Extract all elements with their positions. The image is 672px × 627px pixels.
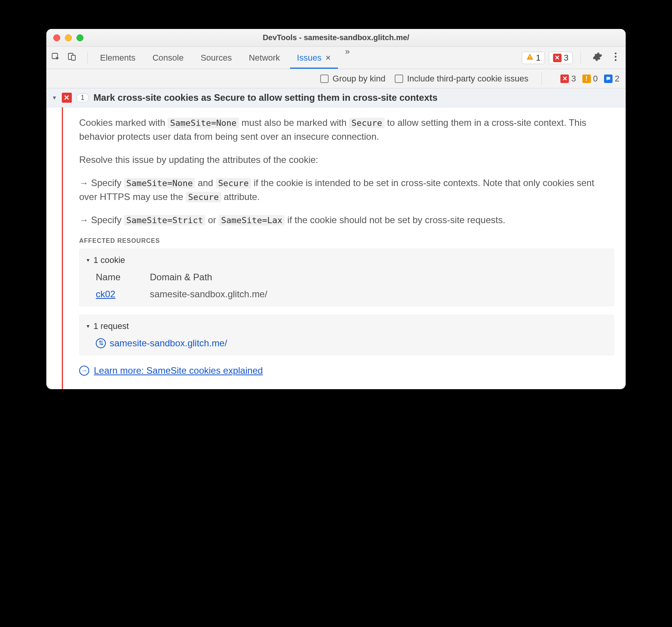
svg-point-6: [615, 56, 617, 58]
tab-console[interactable]: Console: [144, 47, 192, 69]
box-title: 1 request: [93, 320, 129, 332]
affected-requests-box: ▼ 1 request ⇅ samesite-sandbox.glitch.me…: [79, 315, 614, 355]
arrow-icon: →: [79, 215, 91, 225]
checkbox-label: Include third-party cookie issues: [407, 74, 528, 84]
counter-value: 0: [593, 74, 598, 84]
titlebar: DevTools - samesite-sandbox.glitch.me/: [46, 29, 626, 47]
disclosure-triangle-icon[interactable]: ▼: [86, 323, 90, 330]
code-token: Secure: [349, 118, 384, 128]
issue-count-pill: 1: [76, 93, 89, 102]
errors-count: 3: [564, 53, 568, 63]
tabsbar-right: 1 ✕ 3: [522, 51, 621, 64]
arrow-icon: →: [79, 178, 91, 188]
affected-cookies-box: ▼ 1 cookie Name Domain & Path ck02 sames…: [79, 249, 614, 306]
tab-label: Network: [249, 53, 280, 63]
more-tabs-icon[interactable]: »: [339, 47, 355, 69]
tab-label: Sources: [200, 53, 232, 63]
panel-tabs: Elements Console Sources Network Issues …: [92, 47, 355, 69]
code-token: Secure: [186, 192, 221, 202]
checkbox-icon: [395, 75, 403, 83]
tab-elements[interactable]: Elements: [92, 47, 144, 69]
tab-label: Elements: [100, 53, 136, 63]
code-token: SameSite=Lax: [219, 215, 285, 225]
devtools-window: DevTools - samesite-sandbox.glitch.me/ E…: [46, 29, 626, 389]
tab-label: Issues: [297, 53, 322, 63]
issue-body: Cookies marked with SameSite=None must a…: [46, 107, 626, 389]
info-icon: [604, 75, 613, 83]
separator: [87, 51, 88, 64]
tabs-bar: Elements Console Sources Network Issues …: [46, 47, 626, 69]
disclosure-triangle-icon[interactable]: ▼: [52, 95, 57, 101]
code-token: Secure: [216, 178, 251, 188]
svg-point-5: [615, 52, 617, 54]
warnings-count: 1: [536, 53, 541, 63]
more-icon[interactable]: [610, 52, 621, 64]
error-counter[interactable]: ✕ 3: [560, 74, 576, 84]
affected-resources-heading: AFFECTED RESOURCES: [79, 236, 614, 246]
separator: [541, 72, 542, 85]
issue-title: Mark cross-site cookies as Secure to all…: [93, 92, 438, 103]
issue-bullet-2: → Specify SameSite=Strict or SameSite=La…: [79, 213, 614, 227]
issue-counters: ✕ 3 ! 0 2: [560, 74, 619, 84]
box-title-row[interactable]: ▼ 1 request: [86, 320, 608, 332]
group-by-kind-checkbox[interactable]: Group by kind: [320, 74, 385, 84]
disclosure-triangle-icon[interactable]: ▼: [86, 257, 90, 264]
warning-icon: !: [582, 75, 591, 83]
issue-description: Cookies marked with SameSite=None must a…: [79, 116, 614, 144]
learn-more-text: Learn more: SameSite cookies explained: [94, 364, 263, 378]
learn-more-link[interactable]: → Learn more: SameSite cookies explained: [79, 364, 614, 378]
col-domain-header: Domain & Path: [150, 270, 608, 284]
filter-bar: Group by kind Include third-party cookie…: [46, 69, 626, 88]
device-toggle-icon[interactable]: [67, 52, 76, 64]
request-link[interactable]: ⇅ samesite-sandbox.glitch.me/: [96, 336, 608, 350]
cookie-table: Name Domain & Path ck02 samesite-sandbox…: [96, 270, 608, 301]
code-token: SameSite=Strict: [124, 215, 205, 225]
col-name-header: Name: [96, 270, 150, 284]
include-thirdparty-checkbox[interactable]: Include third-party cookie issues: [395, 74, 528, 84]
issue-header[interactable]: ▼ ✕ 1 Mark cross-site cookies as Secure …: [46, 88, 626, 107]
checkbox-label: Group by kind: [333, 74, 385, 84]
svg-point-7: [615, 59, 617, 61]
box-title: 1 cookie: [93, 254, 125, 266]
cookie-name-link[interactable]: ck02: [96, 289, 115, 299]
info-counter[interactable]: 2: [604, 74, 619, 84]
tab-label: Console: [153, 53, 184, 63]
window-title: DevTools - samesite-sandbox.glitch.me/: [46, 33, 626, 42]
separator: [580, 51, 581, 64]
tab-sources[interactable]: Sources: [192, 47, 240, 69]
close-tab-icon[interactable]: ✕: [325, 54, 331, 62]
counter-value: 2: [615, 74, 619, 84]
code-token: SameSite=None: [124, 178, 195, 188]
svg-rect-3: [529, 56, 530, 58]
checkbox-icon: [320, 75, 329, 83]
box-title-row[interactable]: ▼ 1 cookie: [86, 254, 608, 266]
tab-issues[interactable]: Issues ✕: [288, 47, 340, 69]
warning-icon: [526, 53, 534, 63]
svg-rect-2: [71, 55, 75, 60]
warning-counter[interactable]: ! 0: [582, 74, 598, 84]
settings-icon[interactable]: [589, 52, 606, 64]
issue-resolve-intro: Resolve this issue by updating the attri…: [79, 153, 614, 167]
request-url: samesite-sandbox.glitch.me/: [110, 336, 227, 350]
network-icon: ⇅: [96, 338, 106, 348]
counter-value: 3: [571, 74, 576, 84]
code-token: SameSite=None: [168, 118, 239, 128]
cookie-domain: samesite-sandbox.glitch.me/: [150, 287, 608, 301]
error-icon: ✕: [560, 75, 569, 83]
warnings-badge[interactable]: 1: [522, 52, 545, 64]
errors-badge[interactable]: ✕ 3: [549, 52, 573, 64]
svg-rect-4: [529, 58, 530, 59]
severity-error-icon: ✕: [62, 93, 72, 103]
issue-bullet-1: → Specify SameSite=None and Secure if th…: [79, 176, 614, 204]
error-icon: ✕: [553, 54, 562, 62]
open-external-icon: →: [79, 366, 89, 376]
tab-network[interactable]: Network: [240, 47, 288, 69]
inspect-icon[interactable]: [51, 52, 60, 64]
